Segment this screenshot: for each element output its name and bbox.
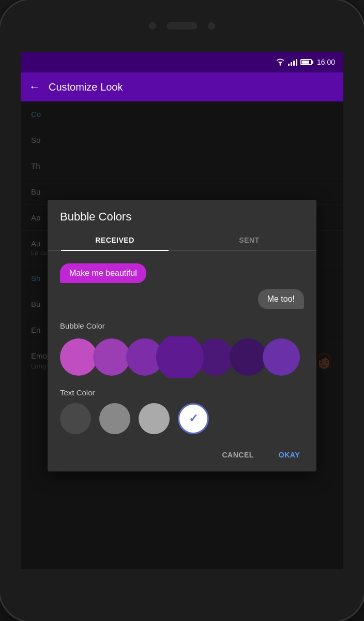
bubble-sent: Me too!	[258, 289, 304, 309]
phone-bottom-hardware	[0, 569, 364, 621]
status-time: 16:00	[317, 58, 335, 66]
dialog-tabs: RECEIVED SENT	[48, 230, 316, 251]
text-color-label: Text Color	[60, 388, 304, 397]
phone-shell: 16:00 ← Customize Look Co So Th Bu Ap Au…	[0, 0, 364, 621]
battery-icon	[300, 59, 312, 65]
bubble-color-6[interactable]	[230, 338, 267, 376]
text-color-row: ✓	[60, 403, 304, 434]
bubble-preview: Make me beautiful Me too!	[48, 259, 316, 317]
dialog-overlay: Bubble Colors RECEIVED SENT Make me beau	[21, 101, 343, 569]
okay-button[interactable]: OKAY	[270, 447, 308, 463]
app-bar: ← Customize Look	[21, 72, 343, 101]
screen: 16:00 ← Customize Look Co So Th Bu Ap Au…	[21, 52, 343, 569]
bubble-colors-dialog: Bubble Colors RECEIVED SENT Make me beau	[48, 200, 316, 471]
svg-point-1	[279, 64, 281, 66]
back-button[interactable]: ←	[29, 80, 40, 94]
phone-top-hardware	[0, 0, 364, 52]
text-color-1[interactable]	[60, 403, 91, 434]
text-color-section: Text Color ✓	[48, 384, 316, 440]
bubble-received: Make me beautiful	[60, 263, 146, 283]
bubble-color-2[interactable]	[93, 338, 130, 376]
wifi-icon	[276, 58, 285, 66]
bubble-color-label: Bubble Color	[60, 321, 304, 330]
bubble-color-row	[60, 336, 304, 378]
bubble-color-4[interactable]	[156, 336, 204, 378]
dialog-actions: CANCEL OKAY	[48, 440, 316, 467]
checkmark-icon: ✓	[189, 412, 198, 425]
dialog-header: Bubble Colors	[48, 200, 316, 230]
app-bar-title: Customize Look	[49, 81, 123, 93]
status-bar: 16:00	[21, 52, 343, 72]
bubble-color-7[interactable]	[263, 338, 300, 376]
bubble-color-section: Bubble Color	[48, 317, 316, 384]
cancel-button[interactable]: CANCEL	[214, 447, 262, 463]
dialog-title: Bubble Colors	[60, 210, 304, 224]
speaker-grille	[166, 22, 198, 29]
status-icons: 16:00	[276, 58, 335, 66]
text-color-4[interactable]: ✓	[178, 403, 209, 434]
tab-sent[interactable]: SENT	[182, 230, 316, 250]
signal-icon	[288, 58, 297, 66]
background-content: Co So Th Bu Ap AuLe co Sh Bu En Emoji Sk…	[21, 101, 343, 569]
text-color-3[interactable]	[139, 403, 170, 434]
text-color-2[interactable]	[99, 403, 130, 434]
tab-received[interactable]: RECEIVED	[48, 230, 182, 250]
svg-marker-0	[278, 62, 282, 64]
sensor	[208, 22, 215, 29]
bubble-color-1[interactable]	[60, 338, 97, 376]
front-camera	[149, 22, 156, 29]
